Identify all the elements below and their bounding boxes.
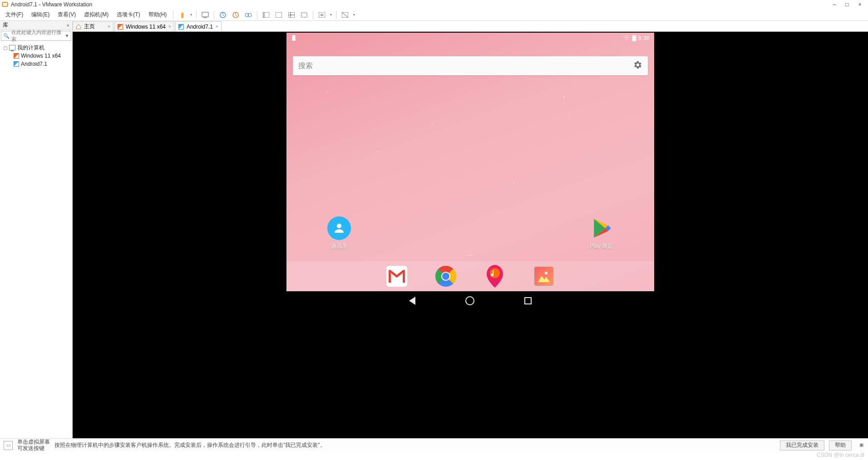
menu-vm[interactable]: 虚拟机(M) (80, 10, 112, 20)
search-icon: 🔍 (3, 33, 10, 39)
google-search-bar[interactable]: 搜索 (293, 56, 648, 75)
tree-vm-label: Android7.1 (21, 61, 47, 67)
tab-android71[interactable]: Android7.1 × (175, 21, 222, 31)
hint-message: 按照在物理计算机中的步骤安装客户机操作系统。完成安装后，操作系统会进行引导，此时… (54, 441, 326, 449)
home-icon (76, 24, 81, 29)
tab-label: 主页 (84, 23, 95, 30)
app-row: 通讯录 Play 商店 (286, 216, 654, 250)
app-label: Play 商店 (590, 243, 613, 250)
cycle-dropdown[interactable]: ▾ (352, 13, 356, 17)
send-input-icon[interactable] (199, 10, 211, 20)
menu-file[interactable]: 文件(F) (2, 10, 27, 20)
svg-rect-11 (301, 13, 307, 17)
android-back-button[interactable] (409, 297, 415, 305)
tab-windows11[interactable]: Windows 11 x64 × (114, 21, 174, 31)
tab-label: Android7.1 (187, 24, 213, 30)
library-close-icon[interactable]: × (67, 23, 69, 28)
gear-icon[interactable] (632, 60, 642, 72)
minimize-button[interactable]: – (828, 1, 841, 8)
vm-display[interactable]: 8:36 搜索 通讯录 (73, 32, 868, 438)
vmware-icon (2, 1, 8, 8)
tab-strip: 主页 × Windows 11 x64 × Android7.1 × (73, 21, 868, 32)
tab-close-icon[interactable]: × (108, 24, 110, 29)
tree-root-my-computer[interactable]: ▢ 我的计算机 (1, 44, 71, 52)
svg-point-20 (337, 224, 341, 228)
menu-help[interactable]: 帮助(H) (145, 10, 171, 20)
menu-edit[interactable]: 编辑(E) (28, 10, 53, 20)
dock-music[interactable] (484, 266, 505, 287)
snapshot-take-icon[interactable] (217, 10, 229, 20)
close-button[interactable]: × (853, 1, 866, 8)
android-home-button[interactable] (465, 296, 474, 305)
dock-chrome[interactable] (435, 266, 456, 287)
view-console-icon[interactable] (273, 10, 285, 20)
android-nav-bar (286, 291, 654, 310)
menu-tabs[interactable]: 选项卡(T) (113, 10, 143, 20)
svg-rect-8 (263, 12, 265, 18)
app-drawer-handle[interactable]: ︿ (467, 250, 473, 259)
svg-point-6 (248, 13, 252, 17)
wifi-icon (623, 35, 630, 41)
vm-icon (118, 24, 123, 29)
content-area: 主页 × Windows 11 x64 × Android7.1 × (73, 21, 868, 438)
tree-vm-windows11[interactable]: Windows 11 x64 (1, 52, 71, 60)
battery-icon (291, 35, 296, 41)
vm-tree: ▢ 我的计算机 Windows 11 x64 Android7.1 (0, 42, 72, 70)
library-header: 库 × (0, 21, 72, 30)
hint-lead: 单击虚拟屏幕 可发送按键 (17, 439, 50, 451)
search-placeholder: 搜索 (298, 61, 313, 71)
stretch-dropdown[interactable]: ▾ (329, 13, 333, 17)
tab-close-icon[interactable]: × (216, 24, 218, 29)
pause-button[interactable]: || (176, 10, 188, 20)
svg-point-28 (490, 268, 500, 278)
view-fullscreen-icon[interactable] (286, 10, 297, 20)
search-dropdown-icon[interactable]: ▼ (65, 34, 69, 38)
watermark: CSDN @In cerca di (0, 452, 868, 460)
view-single-icon[interactable] (260, 10, 272, 20)
tab-close-icon[interactable]: × (168, 24, 171, 29)
vm-icon (14, 61, 19, 67)
tab-home[interactable]: 主页 × (73, 21, 113, 31)
android-dock (286, 261, 654, 291)
view-unity-icon[interactable] (298, 10, 310, 20)
android-screen[interactable]: 8:36 搜索 通讯录 (286, 33, 654, 310)
tree-root-label: 我的计算机 (17, 44, 44, 52)
library-search[interactable]: 🔍 在此处键入内容进行搜索 ▼ (1, 31, 71, 41)
android-home[interactable]: 8:36 搜索 通讯录 (286, 33, 654, 291)
vm-icon (178, 24, 184, 29)
contacts-icon (327, 216, 351, 240)
app-label: 通讯录 (331, 243, 347, 250)
svg-point-16 (626, 40, 627, 41)
snapshot-manager-icon[interactable] (242, 10, 254, 20)
library-sidebar: 库 × 🔍 在此处键入内容进行搜索 ▼ ▢ 我的计算机 Windows 11 x… (0, 21, 73, 438)
play-store-icon (590, 216, 613, 240)
computer-icon (9, 45, 15, 50)
tree-collapse-icon[interactable]: ▢ (3, 45, 7, 50)
android-recent-button[interactable] (524, 297, 532, 304)
vm-icon (14, 53, 19, 59)
stretch-icon[interactable] (316, 10, 328, 20)
maximize-button[interactable]: □ (841, 1, 853, 8)
snapshot-revert-icon[interactable] (230, 10, 242, 20)
help-button[interactable]: 帮助 (829, 440, 852, 450)
svg-rect-9 (276, 12, 282, 18)
svg-point-27 (442, 273, 449, 280)
app-contacts[interactable]: 通讯录 (327, 216, 351, 250)
dock-gmail[interactable] (386, 266, 407, 287)
hint-close-icon[interactable]: ▣ (858, 442, 864, 449)
menu-view[interactable]: 查看(V) (54, 10, 79, 20)
dock-gallery[interactable] (533, 266, 554, 287)
svg-point-29 (545, 272, 547, 274)
install-done-button[interactable]: 我已完成安装 (780, 440, 824, 450)
svg-rect-1 (3, 3, 7, 6)
battery-status-icon (632, 35, 636, 41)
cycle-icon[interactable] (339, 10, 351, 20)
install-hint-bar: ▭ 单击虚拟屏幕 可发送按键 按照在物理计算机中的步骤安装客户机操作系统。完成安… (0, 438, 868, 452)
app-play-store[interactable]: Play 商店 (590, 216, 613, 250)
android-status-bar: 8:36 (291, 34, 650, 42)
tree-vm-android71[interactable]: Android7.1 (1, 60, 71, 68)
title-bar: Android7.1 - VMware Workstation – □ × (0, 0, 868, 9)
power-dropdown[interactable]: ▾ (189, 13, 193, 17)
tab-label: Windows 11 x64 (126, 24, 166, 30)
library-search-placeholder: 在此处键入内容进行搜索 (11, 29, 63, 43)
